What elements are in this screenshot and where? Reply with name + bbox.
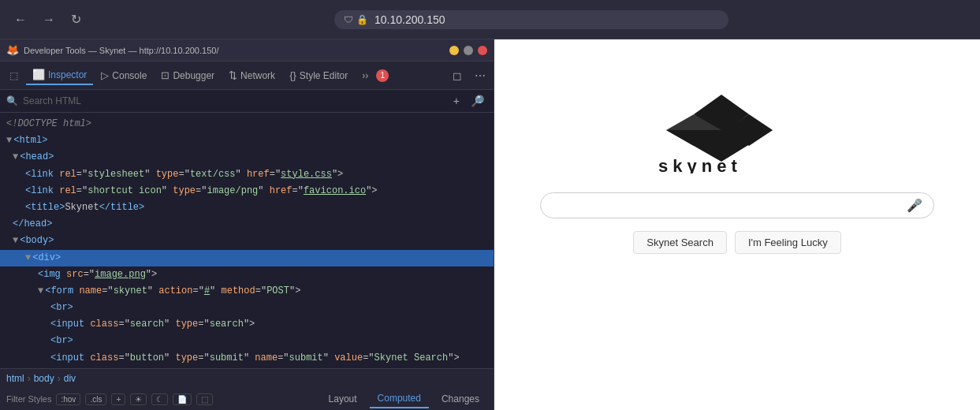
console-tab[interactable]: ▷ Console [95, 66, 153, 84]
tree-line[interactable]: ▼<html> [0, 132, 494, 149]
filter-dark[interactable]: ☾ [151, 393, 168, 405]
inspector-icon: ⬜ [32, 69, 45, 80]
tree-line-selected[interactable]: ▼<div> [0, 250, 494, 266]
console-label: Console [112, 70, 147, 81]
tree-line[interactable]: ▼<body> [0, 233, 494, 249]
filter-add[interactable]: + [111, 393, 125, 405]
search-buttons: Skynet Search I'm Feeling Lucky [633, 231, 840, 254]
inspector-tab[interactable]: ⬜ Inspector [26, 65, 93, 85]
tree-line[interactable]: <br> [0, 300, 494, 316]
tree-line[interactable]: <link rel="shortcut icon" type="image/pn… [0, 183, 494, 199]
filter-doc[interactable]: 📄 [173, 393, 192, 405]
skynet-search-button[interactable]: Skynet Search [633, 231, 727, 254]
tree-line[interactable]: <input class="button" type="submit" name… [0, 350, 494, 367]
responsive-button[interactable]: ◻ [448, 66, 467, 85]
tree-line[interactable]: <img src="image.png"> [0, 266, 494, 283]
filter-styles-label: Filter Styles [6, 394, 51, 404]
search-input[interactable] [552, 199, 900, 212]
address-text: 10.10.200.150 [374, 13, 445, 26]
skynet-logo: skynet [635, 87, 840, 177]
reload-button[interactable]: ↻ [66, 9, 86, 30]
filter-responsive[interactable]: ⬚ [196, 393, 213, 405]
computed-tab[interactable]: Computed [370, 390, 429, 408]
mic-icon[interactable]: 🎤 [907, 198, 922, 213]
breadcrumb-body[interactable]: body [34, 373, 54, 384]
changes-tab[interactable]: Changes [434, 390, 487, 408]
debugger-icon: ⊡ [161, 69, 170, 81]
network-tab[interactable]: ⇅ Network [222, 66, 281, 84]
devtools-title: Developer Tools — Skynet — http://10.10.… [24, 46, 218, 55]
filter-hov[interactable]: :hov [56, 393, 80, 405]
svg-text:skynet: skynet [658, 156, 742, 173]
restore-button[interactable] [464, 46, 473, 55]
breadcrumb-div[interactable]: div [64, 373, 76, 384]
error-badge: 1 [376, 69, 389, 82]
tree-line[interactable]: <link rel="stylesheet" type="text/css" h… [0, 166, 494, 183]
address-bar[interactable]: 🛡 🔒 10.10.200.150 [334, 10, 728, 29]
tree-line[interactable]: <input class="search" type="search"> [0, 316, 494, 333]
devtools-bottom: html › body › div Filter Styles :hov .cl… [0, 368, 494, 410]
skynet-logo-svg: skynet [635, 87, 840, 173]
tree-line[interactable]: ▼<head> [0, 149, 494, 166]
toolbar-right: ◻ ⋯ [448, 66, 490, 85]
lock-icon: 🔒 [356, 14, 368, 25]
search-container: 🎤 Skynet Search I'm Feeling Lucky [540, 192, 934, 254]
minimize-button[interactable] [449, 46, 459, 55]
html-search-bar: 🔍 + 🔎 [0, 90, 494, 113]
tree-line[interactable]: </head> [0, 216, 494, 233]
search-add-button[interactable]: + [450, 93, 463, 109]
tree-line[interactable]: ▼<form name="skynet" action="#" method="… [0, 283, 494, 300]
network-label: Network [240, 70, 275, 81]
close-button[interactable] [478, 46, 487, 55]
website-preview: skynet 🎤 Skynet Search I'm Feeling Lucky [494, 39, 980, 410]
devtools-panel: 🦊 Developer Tools — Skynet — http://10.1… [0, 39, 494, 410]
devtools-toolbar: ⬚ ⬜ Inspector ▷ Console ⊡ Debugger ⇅ Net… [0, 62, 494, 90]
debugger-label: Debugger [173, 70, 214, 81]
console-icon: ▷ [101, 69, 109, 81]
browser-chrome: ← → ↻ 🛡 🔒 10.10.200.150 [0, 0, 980, 39]
inspector-label: Inspector [48, 69, 87, 80]
devtools-titlebar: 🦊 Developer Tools — Skynet — http://10.1… [0, 39, 494, 62]
network-icon: ⇅ [229, 69, 237, 81]
devtools-win-buttons [449, 46, 487, 55]
style-editor-tab[interactable]: {} Style Editor [283, 66, 354, 84]
forward-button[interactable]: → [38, 9, 60, 30]
debugger-tab[interactable]: ⊡ Debugger [155, 66, 221, 84]
tree-line[interactable]: <!DOCTYPE html> [0, 116, 494, 132]
layout-tab[interactable]: Layout [321, 390, 365, 408]
filter-toolbar: Filter Styles :hov .cls + ☀ ☾ 📄 ⬚ Layout… [0, 388, 494, 410]
main-area: 🦊 Developer Tools — Skynet — http://10.1… [0, 39, 980, 410]
shield-icon: 🛡 [344, 14, 353, 25]
pick-icon: ⬚ [9, 70, 18, 81]
more-tools-button[interactable]: ›› [356, 67, 374, 84]
filter-light[interactable]: ☀ [130, 393, 147, 405]
style-editor-label: Style Editor [300, 70, 348, 81]
breadcrumb: html › body › div [0, 369, 494, 388]
html-tree: <!DOCTYPE html> ▼<html> ▼<head> <link re… [0, 113, 494, 368]
search-icon: 🔍 [6, 95, 18, 106]
style-editor-icon: {} [289, 69, 296, 81]
pick-element-button[interactable]: ⬚ [3, 67, 24, 84]
feeling-lucky-button[interactable]: I'm Feeling Lucky [735, 231, 841, 254]
tree-line[interactable]: <br> [0, 333, 494, 349]
search-pick-button[interactable]: 🔎 [468, 93, 487, 109]
filter-cls[interactable]: .cls [85, 393, 106, 405]
settings-button[interactable]: ⋯ [470, 66, 490, 85]
search-input[interactable] [23, 95, 445, 106]
breadcrumb-html[interactable]: html [6, 373, 24, 384]
search-box: 🎤 [540, 192, 934, 218]
back-button[interactable]: ← [9, 9, 32, 30]
tree-line[interactable]: <title>Skynet</title> [0, 199, 494, 216]
